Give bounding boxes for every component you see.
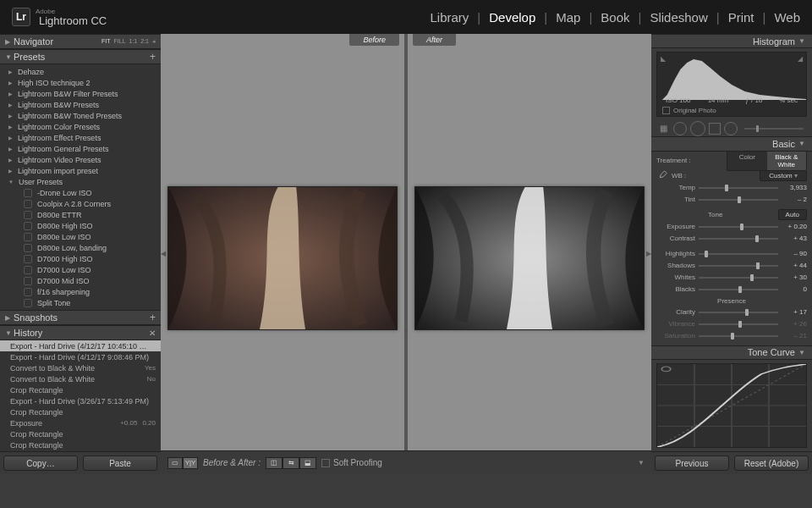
module-library[interactable]: Library bbox=[430, 10, 469, 25]
history-row[interactable]: Crop Rectangle bbox=[0, 428, 161, 439]
preset-folder-user[interactable]: User Presets bbox=[8, 176, 161, 187]
close-icon[interactable]: ✕ bbox=[149, 329, 156, 338]
history-list[interactable]: Export - Hard Drive (4/12/17 10:45:10 PM… bbox=[0, 340, 161, 451]
loupe-view-icon[interactable]: ▭ bbox=[167, 457, 183, 469]
preset-item[interactable]: D800e Low, banding bbox=[8, 242, 161, 253]
slider-saturation[interactable]: Saturation– 21 bbox=[656, 330, 807, 342]
brush-tool-icon[interactable] bbox=[744, 128, 804, 130]
preset-item[interactable]: f/16 sharpening bbox=[8, 286, 161, 297]
previous-button[interactable]: Previous bbox=[655, 456, 729, 471]
nav-zoom-fit[interactable]: FIT bbox=[102, 38, 111, 45]
preset-folder[interactable]: Lightroom B&W Presets bbox=[8, 99, 161, 110]
slider-contrast[interactable]: Contrast+ 43 bbox=[656, 233, 807, 245]
preset-item[interactable]: Split Tone bbox=[8, 297, 161, 308]
plus-icon[interactable]: + bbox=[150, 312, 156, 323]
wb-dropdown[interactable]: Custom ▾ bbox=[760, 170, 807, 181]
preset-item[interactable]: D800e Low ISO bbox=[8, 231, 161, 242]
compare-view-icon[interactable]: Y|Y bbox=[183, 457, 198, 469]
toolbar-menu-icon[interactable]: ▼ bbox=[638, 459, 645, 467]
tone-curve-header[interactable]: Tone Curve ▼ bbox=[651, 345, 812, 360]
history-row[interactable]: Export - Hard Drive (4/12/17 10:45:10 PM… bbox=[0, 340, 161, 351]
histogram[interactable]: ◣ ◢ ISO 10014 mm ƒ / 16⅛ sec Original Ph… bbox=[656, 52, 807, 117]
history-row[interactable]: Convert to Black & WhiteNo bbox=[0, 373, 161, 384]
module-book[interactable]: Book bbox=[601, 10, 629, 25]
histogram-header[interactable]: Histogram ▼ bbox=[651, 34, 812, 48]
history-row[interactable]: Export - Hard Drive (3/26/17 5:13:49 PM) bbox=[0, 395, 161, 406]
compare-layout-toggle[interactable]: ◫ ⇆ ⬓ bbox=[266, 457, 316, 469]
before-view[interactable]: Before bbox=[161, 34, 404, 474]
preset-folder[interactable]: Lightroom General Presets bbox=[8, 143, 161, 154]
top-bottom-icon[interactable]: ⬓ bbox=[299, 457, 316, 469]
basic-header[interactable]: Basic ▼ bbox=[651, 136, 812, 151]
soft-proofing-check[interactable]: Soft Proofing bbox=[321, 458, 382, 467]
plus-icon[interactable]: + bbox=[150, 51, 156, 63]
tone-curve[interactable] bbox=[656, 363, 807, 448]
slider-vibrance[interactable]: Vibrance+ 26 bbox=[656, 318, 807, 330]
side-by-side-icon[interactable]: ◫ bbox=[266, 457, 283, 469]
checkbox-icon[interactable] bbox=[321, 459, 330, 467]
slider-tint[interactable]: Tint– 2 bbox=[656, 194, 807, 206]
preset-item[interactable]: D7000 Low ISO bbox=[8, 264, 161, 275]
spot-tool-icon[interactable] bbox=[673, 122, 687, 135]
history-row[interactable]: Export - Hard Drive (4/12/17 9:08:46 PM) bbox=[0, 351, 161, 362]
module-web[interactable]: Web bbox=[774, 10, 800, 25]
expand-right-icon[interactable]: ▶ bbox=[646, 250, 651, 257]
radial-tool-icon[interactable] bbox=[724, 122, 738, 135]
slider-shadows[interactable]: Shadows+ 44 bbox=[656, 260, 807, 272]
grad-tool-icon[interactable] bbox=[709, 123, 721, 135]
preset-item[interactable]: D800e ETTR bbox=[8, 209, 161, 220]
redeye-tool-icon[interactable] bbox=[690, 121, 705, 136]
module-map[interactable]: Map bbox=[556, 10, 580, 25]
preset-item[interactable]: D800e High ISO bbox=[8, 220, 161, 231]
presets-header[interactable]: ▼ Presets + bbox=[0, 49, 161, 64]
nav-zoom-2-1[interactable]: 2:1 bbox=[140, 38, 149, 45]
history-row[interactable]: Crop Rectangle bbox=[0, 384, 161, 395]
module-print[interactable]: Print bbox=[728, 10, 754, 25]
original-photo-check[interactable]: Original Photo bbox=[662, 107, 716, 114]
preset-folder[interactable]: Dehaze bbox=[8, 66, 161, 77]
history-row[interactable]: Exposure+0.050.20 bbox=[0, 417, 161, 428]
slider-blacks[interactable]: Blacks0 bbox=[656, 284, 807, 295]
basic-title: Basic bbox=[772, 139, 795, 149]
snapshots-header[interactable]: ▶ Snapshots + bbox=[0, 310, 161, 325]
treatment-toggle[interactable]: Color Black & White bbox=[727, 151, 807, 171]
clip-highlight-icon[interactable]: ◢ bbox=[798, 55, 803, 63]
preset-folder[interactable]: Lightroom Color Presets bbox=[8, 121, 161, 132]
preset-folder[interactable]: Lightroom Effect Presets bbox=[8, 132, 161, 143]
navigator-header[interactable]: ▶ Navigator FIT FILL 1:1 2:1 ◂ bbox=[0, 34, 161, 49]
nav-zoom-1-1[interactable]: 1:1 bbox=[129, 38, 138, 45]
paste-button[interactable]: Paste bbox=[83, 456, 157, 471]
slider-clarity[interactable]: Clarity+ 17 bbox=[656, 306, 807, 318]
navigator-zoom-opts[interactable]: FIT FILL 1:1 2:1 ◂ bbox=[102, 38, 156, 45]
preset-folder[interactable]: Lightroom Video Presets bbox=[8, 154, 161, 165]
history-header[interactable]: ▼ History ✕ bbox=[0, 325, 161, 340]
after-view[interactable]: After bbox=[404, 34, 651, 474]
split-icon[interactable]: ⇆ bbox=[283, 457, 299, 469]
clip-shadow-icon[interactable]: ◣ bbox=[661, 55, 666, 63]
view-mode-toggle[interactable]: ▭ Y|Y bbox=[167, 457, 198, 469]
preset-folder[interactable]: Lightroom B&W Toned Presets bbox=[8, 110, 161, 121]
copy-button[interactable]: Copy… bbox=[3, 456, 78, 471]
nav-zoom-fill[interactable]: FILL bbox=[114, 38, 126, 45]
crop-tool-icon[interactable]: ▦ bbox=[656, 122, 670, 135]
preset-item[interactable]: -Drone Low ISO bbox=[8, 187, 161, 198]
presets-tree[interactable]: DehazeHigh ISO technique 2Lightroom B&W … bbox=[0, 64, 161, 310]
module-develop[interactable]: Develop bbox=[489, 10, 535, 25]
preset-folder[interactable]: High ISO technique 2 bbox=[8, 77, 161, 88]
preset-item[interactable]: D7000 Mid ISO bbox=[8, 275, 161, 286]
module-slideshow[interactable]: Slideshow bbox=[650, 10, 707, 25]
preset-item[interactable]: Coolpix A 2.8 Corners bbox=[8, 198, 161, 209]
preset-folder[interactable]: Lightroom B&W Filter Presets bbox=[8, 88, 161, 99]
history-row[interactable]: Crop Rectangle bbox=[0, 406, 161, 417]
reset-button[interactable]: Reset (Adobe) bbox=[734, 456, 809, 471]
slider-highlights[interactable]: Highlights– 90 bbox=[656, 248, 807, 260]
preset-folder[interactable]: Lightroom import preset bbox=[8, 165, 161, 176]
preset-item[interactable]: D7000 High ISO bbox=[8, 253, 161, 264]
auto-button[interactable]: Auto bbox=[778, 209, 807, 220]
eyedropper-icon[interactable] bbox=[656, 170, 668, 182]
slider-whites[interactable]: Whites+ 30 bbox=[656, 272, 807, 284]
history-row[interactable]: Crop Rectangle bbox=[0, 439, 161, 450]
slider-exposure[interactable]: Exposure+ 0.20 bbox=[656, 221, 807, 233]
history-row[interactable]: Convert to Black & WhiteYes bbox=[0, 362, 161, 373]
slider-temp[interactable]: Temp3,933 bbox=[656, 182, 807, 194]
